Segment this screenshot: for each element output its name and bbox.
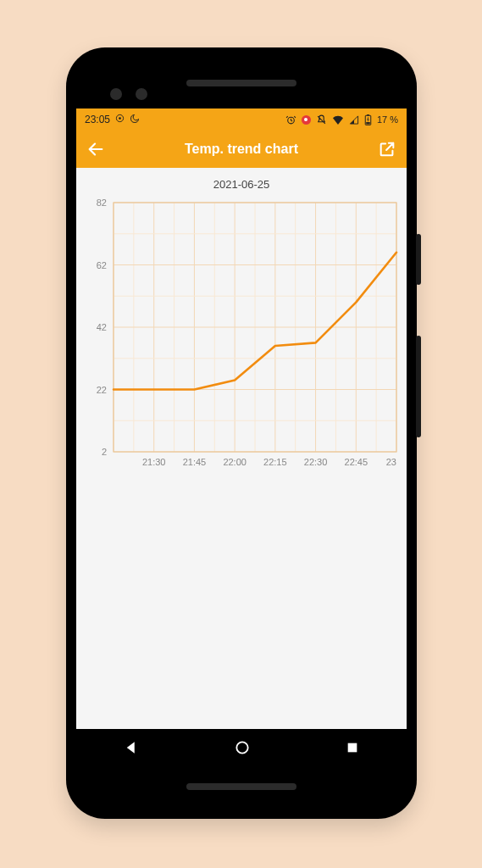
front-camera [110,88,122,100]
chin-speaker [186,783,296,790]
svg-text:21:30: 21:30 [142,457,166,467]
system-nav-bar [76,729,407,766]
wifi-icon [332,115,344,125]
moon-icon [130,114,140,126]
screen: 23:05 [76,108,407,766]
svg-text:62: 62 [97,260,107,270]
back-button[interactable] [86,140,105,159]
export-button[interactable] [378,140,396,159]
svg-text:2: 2 [102,447,107,457]
phone-frame: 23:05 [66,47,417,819]
content-area: 2021-06-25 22242628221:3021:4522:0022:15… [76,168,407,729]
battery-text: 17 % [377,114,398,125]
status-bar: 23:05 [76,108,407,131]
svg-text:82: 82 [97,198,107,208]
page-title: Temp. trend chart [185,142,298,157]
alarm-icon [285,114,296,125]
nav-recent-button[interactable] [346,741,359,754]
svg-text:42: 42 [97,322,107,332]
app-bar: Temp. trend chart [76,131,407,168]
nav-home-button[interactable] [234,739,251,756]
svg-text:22:45: 22:45 [345,457,368,467]
mute-icon [316,114,327,125]
svg-rect-4 [367,114,369,115]
status-time: 23:05 [85,114,110,125]
record-icon [302,115,311,125]
chart-date-label: 2021-06-25 [81,178,402,191]
target-icon [115,114,125,125]
svg-text:22: 22 [97,385,107,395]
temp-trend-chart[interactable]: 22242628221:3021:4522:0022:1522:3022:452… [81,196,402,476]
earpiece [186,80,296,86]
battery-icon [364,114,372,125]
svg-point-44 [236,742,247,753]
svg-text:22:15: 22:15 [263,457,287,467]
svg-text:22:00: 22:00 [223,457,247,467]
svg-rect-5 [366,122,370,124]
svg-rect-45 [348,743,357,753]
svg-text:21:45: 21:45 [183,457,207,467]
svg-text:23: 23 [386,457,396,467]
signal-icon [349,115,359,125]
side-button [416,336,421,437]
side-button [416,234,421,285]
svg-text:22:30: 22:30 [304,457,328,467]
nav-back-button[interactable] [124,740,139,755]
front-camera [136,88,147,100]
svg-point-1 [119,117,121,120]
